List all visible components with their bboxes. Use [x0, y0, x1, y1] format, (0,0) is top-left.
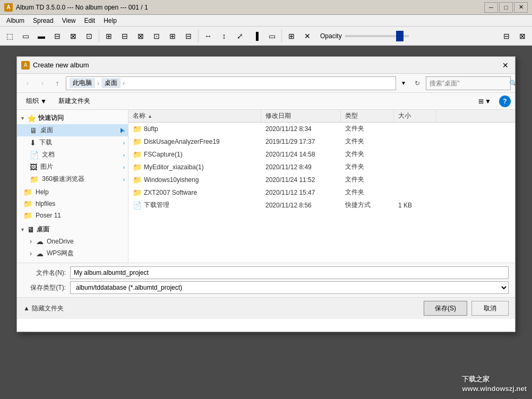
hide-folder-button[interactable]: ▲ 隐藏文件夹 — [23, 304, 64, 313]
nav-poser-label: Poser 11 — [36, 212, 61, 219]
toolbar-btn-12[interactable]: ⊟ — [181, 29, 196, 44]
search-button[interactable]: 🔍 — [509, 77, 517, 90]
dialog-close-button[interactable]: ✕ — [500, 60, 511, 71]
nav-item-help[interactable]: 📁 Help — [17, 186, 128, 198]
dialog-title-bar: A Create new album ✕ — [17, 57, 515, 74]
toolbar-btn-2[interactable]: ▭ — [18, 29, 33, 44]
toolbar-btn-18[interactable]: ⊞ — [284, 29, 299, 44]
nav-item-pictures[interactable]: 🖼 图片 › — [17, 161, 128, 173]
nav-item-wps[interactable]: › ☁ WPS网盘 — [17, 247, 128, 259]
file-date-cell: 2020/11/24 14:58 — [261, 151, 341, 158]
toolbar-btn-3[interactable]: ▬ — [34, 29, 49, 44]
col-header-type[interactable]: 类型 — [341, 110, 394, 122]
file-size-cell: 1 KB — [394, 202, 436, 209]
breadcrumb-desktop[interactable]: 桌面 — [101, 78, 121, 88]
toolbar-btn-19[interactable]: ✕ — [300, 29, 315, 44]
navigation-pane: ▼ ⭐ 快速访问 🖥 桌面 › ⬇ 下载 — [17, 110, 128, 263]
toolbar-btn-11[interactable]: ⊞ — [165, 29, 180, 44]
nav-item-desktop[interactable]: 🖥 桌面 › — [17, 124, 128, 136]
save-button[interactable]: 保存(S) — [424, 301, 467, 316]
hide-folder-icon: ▲ — [23, 305, 30, 312]
toolbar-view-btn-2[interactable]: ⊠ — [515, 29, 530, 44]
toolbar-btn-14[interactable]: ↕ — [217, 29, 231, 44]
maximize-button[interactable]: □ — [499, 2, 513, 13]
toolbar-btn-5[interactable]: ⊠ — [66, 29, 81, 44]
toolbar-btn-1[interactable]: ⬚ — [2, 29, 17, 44]
nav-expand-icon-wps: › — [30, 250, 32, 257]
file-type-cell: 文件夹 — [341, 137, 394, 146]
menu-view[interactable]: View — [58, 16, 80, 25]
address-box[interactable]: 此电脑 › 桌面 › — [66, 76, 396, 90]
toolbar-btn-4[interactable]: ⊟ — [50, 29, 65, 44]
file-name-cell: 📁 ZXT2007 Software — [128, 188, 261, 197]
nav-section-desktop: ▼ 🖥 桌面 › ☁ OneDrive › ☁ — [17, 223, 128, 259]
col-header-date[interactable]: 修改日期 — [261, 110, 341, 122]
toolbar-btn-7[interactable]: ⊞ — [101, 29, 116, 44]
nav-forward-button[interactable]: › — [36, 77, 49, 90]
table-row[interactable]: 📄 下载管理 2020/11/12 8:56 快捷方式 1 KB — [128, 199, 515, 212]
filename-input[interactable] — [70, 266, 509, 279]
file-name-cell: 📁 MyEditor_xiazaiba(1) — [128, 163, 261, 171]
menu-help[interactable]: Help — [99, 16, 121, 25]
col-header-size[interactable]: 大小 — [394, 110, 436, 122]
nav-documents-label: 文档 — [42, 150, 55, 159]
nav-item-onedrive[interactable]: › ☁ OneDrive — [17, 236, 128, 247]
menu-edit[interactable]: Edit — [80, 16, 100, 25]
opacity-thumb[interactable] — [396, 31, 404, 41]
nav-expand-icon-onedrive: › — [30, 238, 32, 245]
wps-icon: ☁ — [36, 249, 44, 258]
toolbar-btn-17[interactable]: ▭ — [264, 29, 279, 44]
table-row[interactable]: 📁 DiskUsageAnalyzerFree19 2019/11/29 17:… — [128, 135, 515, 148]
view-button[interactable]: ⊞ ▼ — [475, 95, 495, 108]
address-dropdown-button[interactable]: ▼ — [398, 80, 409, 86]
address-refresh-button[interactable]: ↻ — [411, 77, 424, 90]
minimize-button[interactable]: ─ — [484, 2, 498, 13]
organize-button[interactable]: 组织 ▼ — [21, 95, 52, 108]
help-button[interactable]: ? — [499, 96, 511, 107]
file-icon: 📁 — [133, 125, 142, 133]
app-close-button[interactable]: ✕ — [514, 2, 528, 13]
toolbar-view-btn-1[interactable]: ⊟ — [499, 29, 514, 44]
nav-item-arrow: › — [123, 127, 125, 133]
file-name-cell: 📄 下载管理 — [128, 201, 261, 210]
watermark-line1: 下载之家 — [462, 375, 527, 384]
menu-spread[interactable]: Spread — [29, 16, 58, 25]
table-row[interactable]: 📁 Windows10yisheng 2020/11/24 11:52 文件夹 — [128, 174, 515, 186]
toolbar-btn-9[interactable]: ⊠ — [133, 29, 148, 44]
menu-album[interactable]: Album — [2, 16, 29, 25]
nav-item-documents[interactable]: 📄 文档 › — [17, 149, 128, 161]
toolbar-btn-13[interactable]: ↔ — [201, 29, 216, 44]
file-list-header: 名称 ▲ 修改日期 类型 大小 — [128, 110, 515, 123]
nav-360browser-label: 360极速浏览器 — [42, 175, 84, 184]
nav-item-hlpfiles[interactable]: 📁 hlpfiles — [17, 198, 128, 210]
nav-onedrive-label: OneDrive — [47, 238, 74, 245]
table-row[interactable]: 📁 8uftp 2020/11/12 8:34 文件夹 — [128, 123, 515, 135]
quick-access-header[interactable]: ▼ ⭐ 快速访问 — [17, 112, 128, 124]
desktop-section-header[interactable]: ▼ 🖥 桌面 — [17, 223, 128, 236]
toolbar-right-buttons: ⊟ ⊠ — [499, 29, 530, 44]
nav-item-poser[interactable]: 📁 Poser 11 — [17, 210, 128, 221]
opacity-slider[interactable] — [345, 35, 409, 37]
nav-item-downloads[interactable]: ⬇ 下载 › — [17, 136, 128, 149]
new-folder-button[interactable]: 新建文件夹 — [54, 95, 95, 108]
breadcrumb-computer[interactable]: 此电脑 — [70, 78, 95, 88]
nav-back-button[interactable]: ‹ — [21, 77, 34, 90]
table-row[interactable]: 📁 FSCapture(1) 2020/11/24 14:58 文件夹 — [128, 148, 515, 161]
table-row[interactable]: 📁 ZXT2007 Software 2020/11/12 15:47 文件夹 — [128, 186, 515, 199]
cancel-button[interactable]: 取消 — [471, 301, 509, 316]
col-header-name[interactable]: 名称 ▲ — [128, 110, 261, 122]
toolbar-btn-8[interactable]: ⊟ — [117, 29, 132, 44]
savetype-row: 保存类型(T): album/tddatabase (*.albumtd_pro… — [23, 281, 509, 294]
toolbar-btn-10[interactable]: ⊡ — [149, 29, 164, 44]
toolbar-btn-16[interactable]: ▐ — [248, 29, 263, 44]
toolbar-btn-6[interactable]: ⊡ — [82, 29, 97, 44]
file-type-cell: 文件夹 — [341, 188, 394, 197]
nav-item-360browser[interactable]: 📁 360极速浏览器 › — [17, 173, 128, 185]
toolbar-btn-15[interactable]: ⤢ — [233, 29, 247, 44]
search-input[interactable] — [430, 80, 509, 87]
nav-up-button[interactable]: ↑ — [51, 77, 64, 90]
table-row[interactable]: 📁 MyEditor_xiazaiba(1) 2020/11/12 8:49 文… — [128, 161, 515, 174]
savetype-select[interactable]: album/tddatabase (*.albumtd_project) — [70, 281, 509, 294]
file-icon: 📁 — [133, 150, 142, 159]
dialog-title-left: A Create new album — [21, 61, 89, 70]
